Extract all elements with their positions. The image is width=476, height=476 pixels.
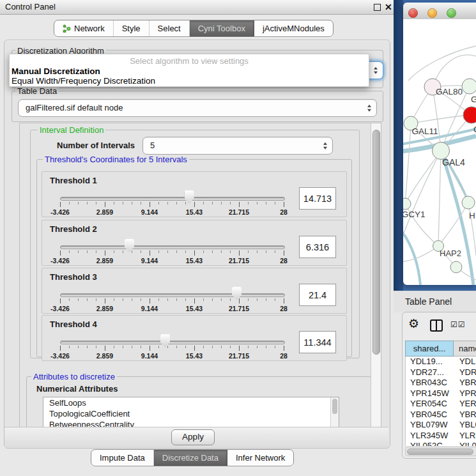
table-row[interactable]: YBL079WYBL079W <box>406 420 476 431</box>
slider-thumb[interactable] <box>160 334 170 348</box>
table-row[interactable]: YPR145WYPR145W <box>406 388 476 399</box>
slider-thumb[interactable] <box>232 287 242 300</box>
hscroll-thumb[interactable] <box>407 449 473 456</box>
close-panel-icon[interactable]: ✕ <box>385 1 392 13</box>
network-node-label: GAL11 <box>411 127 438 136</box>
slider-tick-label: 9.144 <box>141 208 158 216</box>
slider-minor-tick <box>266 202 266 204</box>
threshold-value-field[interactable]: 14.713 <box>299 187 336 210</box>
threshold-value-field[interactable]: 21.4 <box>299 284 336 306</box>
tab-style[interactable]: Style <box>114 20 150 36</box>
slider-thumb[interactable] <box>125 239 134 252</box>
cell-name[interactable]: YLR345W <box>454 431 476 441</box>
network-canvas[interactable]: GAL80GACGAL11GAL4GCY1HHAP2 <box>403 19 476 285</box>
tab-label: Network <box>74 24 105 33</box>
slider-tick-label: -3.426 <box>50 352 70 360</box>
network-node-gcy1[interactable] <box>403 198 411 210</box>
slider-track[interactable] <box>60 341 285 344</box>
threshold-value-field[interactable]: 11.344 <box>299 331 336 353</box>
table-data-combo[interactable]: galFiltered.sif default node <box>18 99 377 117</box>
list-item-selfloops[interactable]: SelfLoops <box>43 397 339 408</box>
cell-shared-name[interactable]: YDR27... <box>406 367 454 378</box>
network-node-h[interactable] <box>462 196 475 209</box>
slider-minor-tick <box>266 298 266 301</box>
network-node[interactable] <box>450 261 462 273</box>
slider-minor-tick <box>132 298 132 301</box>
numerical-attributes-list[interactable]: SelfLoopsTopologicalCoefficientBetweenne… <box>43 397 339 428</box>
slider-track[interactable] <box>60 245 285 249</box>
table-row[interactable]: YER054CYER054C <box>406 399 476 410</box>
list-scrollbar[interactable] <box>330 397 339 428</box>
table-row[interactable]: YDL19...YDL19... <box>406 357 476 367</box>
tab-network[interactable]: Network <box>54 20 114 36</box>
cell-name[interactable]: YBR043C <box>454 378 476 388</box>
float-window-icon[interactable] <box>374 4 381 11</box>
slider-track[interactable] <box>60 293 285 297</box>
cell-name[interactable]: YPR145W <box>454 388 476 399</box>
cell-name[interactable]: YDL19... <box>454 357 476 367</box>
cell-shared-name[interactable]: YLR345W <box>406 431 454 441</box>
network-node-ga[interactable] <box>462 79 476 94</box>
table-row[interactable]: YIL052CYIL052C <box>406 441 476 446</box>
bottom-tab-discretize-data[interactable]: Discretize Data <box>154 450 227 466</box>
settings-scrollbar[interactable] <box>371 123 381 427</box>
network-node-c[interactable] <box>463 107 476 123</box>
slider-major-tick <box>194 346 195 351</box>
cell-name[interactable]: YIL052C <box>454 441 476 446</box>
bottom-tab-infer-network[interactable]: Infer Network <box>227 450 293 466</box>
slider-minor-tick <box>69 250 70 253</box>
tab-select[interactable]: Select <box>150 20 190 36</box>
control-panel-title: Control Panel <box>5 0 56 14</box>
table-row[interactable]: YLR345WYLR345W <box>406 431 476 441</box>
minimize-traffic-light[interactable] <box>427 8 437 18</box>
number-of-intervals-combo[interactable]: 5 <box>142 137 333 155</box>
tab-label: jActiveMNodules <box>263 24 325 33</box>
list-scrollbar-thumb[interactable] <box>332 399 337 414</box>
tab-jactivemnodules[interactable]: jActiveMNodules <box>254 20 333 36</box>
tab-cyni-toolbox[interactable]: Cyni Toolbox <box>190 20 254 36</box>
cell-name[interactable]: YBL079W <box>454 420 476 431</box>
apply-button[interactable]: Apply <box>171 429 215 445</box>
column-header-shared-name[interactable]: shared... <box>405 341 454 357</box>
slider-minor-tick <box>185 202 186 204</box>
cell-shared-name[interactable]: YDL19... <box>406 357 454 367</box>
settings-scrollbar-thumb[interactable] <box>372 130 380 355</box>
cell-name[interactable]: YDR27... <box>454 367 476 378</box>
list-item-topologicalcoefficient[interactable]: TopologicalCoefficient <box>43 408 339 419</box>
table-row[interactable]: YDR27...YDR27... <box>406 367 476 378</box>
cell-name[interactable]: YER054C <box>454 399 476 410</box>
slider-minor-tick <box>203 298 204 301</box>
table-row[interactable]: YBR045CYBR045C <box>406 410 476 420</box>
close-traffic-light[interactable] <box>408 8 418 18</box>
split-columns-icon[interactable] <box>430 319 443 332</box>
slider-minor-tick <box>114 250 114 253</box>
slider-tick-label: 2.859 <box>96 257 113 265</box>
algorithm-option-equal-width-frequency-discretization[interactable]: Equal Width/Frequency Discretization <box>10 76 369 86</box>
table-row[interactable]: YBR043CYBR043C <box>406 378 476 388</box>
cell-shared-name[interactable]: YBR043C <box>406 378 454 388</box>
cell-shared-name[interactable]: YPR145W <box>406 388 454 399</box>
slider-minor-tick <box>185 346 186 348</box>
cell-shared-name[interactable]: YBL079W <box>406 420 454 431</box>
gear-icon[interactable]: ⚙ <box>408 318 419 330</box>
select-columns-icon[interactable]: ☑☑ <box>450 320 466 329</box>
threshold-value-field[interactable]: 6.316 <box>299 236 336 258</box>
zoom-traffic-light[interactable] <box>447 8 456 18</box>
slider-minor-tick <box>176 346 177 348</box>
slider-minor-tick <box>167 250 168 253</box>
slider-minor-tick <box>123 298 123 301</box>
table-horizontal-scrollbar[interactable] <box>405 447 476 456</box>
bottom-tab-impute-data[interactable]: Impute Data <box>91 450 154 466</box>
cell-shared-name[interactable]: YER054C <box>406 399 454 410</box>
combo-stepper-icon <box>367 105 371 112</box>
network-window-titlebar[interactable] <box>403 3 476 20</box>
column-header-name[interactable]: name <box>454 341 476 357</box>
network-node-label: C <box>473 125 476 134</box>
cell-shared-name[interactable]: YBR045C <box>406 410 454 420</box>
slider-minor-tick <box>69 346 70 348</box>
cell-name[interactable]: YBR045C <box>454 410 476 420</box>
slider-track[interactable] <box>60 197 285 201</box>
algorithm-option-manual-discretization[interactable]: Manual Discretization <box>10 66 369 76</box>
slider-tick-label: 9.144 <box>141 352 158 360</box>
cell-shared-name[interactable]: YIL052C <box>406 441 454 446</box>
